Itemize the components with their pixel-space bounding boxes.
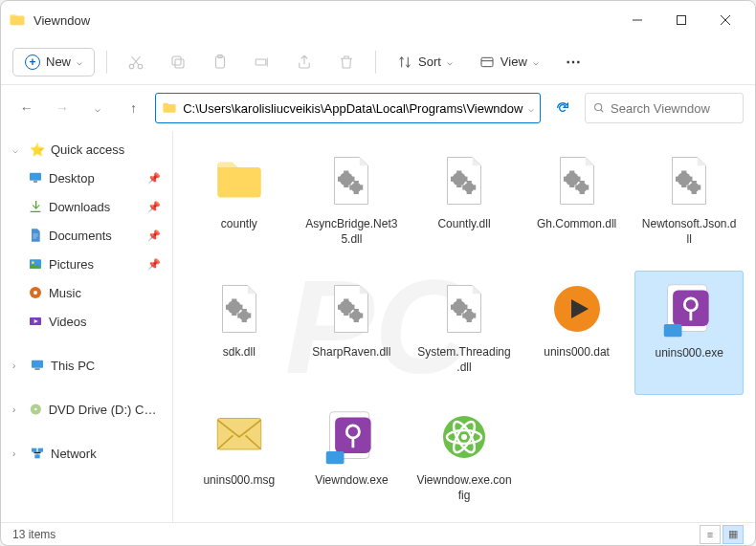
sort-button[interactable]: Sort ⌵ (388, 49, 462, 76)
forward-button[interactable]: → (48, 93, 76, 123)
svg-rect-94 (456, 299, 461, 302)
rename-button[interactable] (245, 45, 279, 79)
svg-rect-18 (30, 173, 41, 181)
sidebar-music[interactable]: Music (1, 278, 172, 307)
svg-point-43 (464, 183, 475, 193)
svg-rect-58 (579, 181, 584, 184)
file-item[interactable]: unins000.exe (634, 271, 744, 395)
more-button[interactable]: ⋯ (556, 45, 590, 79)
svg-rect-75 (232, 313, 236, 316)
file-item[interactable]: Viewndow.exe (298, 399, 407, 522)
pin-icon: 📌 (147, 258, 161, 271)
search-box[interactable] (585, 93, 744, 123)
file-item[interactable]: Gh.Common.dll (523, 142, 632, 267)
svg-rect-61 (586, 185, 589, 189)
svg-point-42 (453, 172, 466, 186)
file-item[interactable]: sdk.dll (185, 271, 294, 395)
file-label: sdk.dll (223, 345, 256, 360)
svg-rect-60 (575, 185, 578, 189)
svg-rect-50 (462, 185, 465, 189)
cut-button[interactable] (119, 45, 153, 79)
file-item[interactable]: Countly.dll (410, 142, 519, 267)
sidebar-label: Music (49, 286, 81, 300)
sidebar-videos[interactable]: Videos (1, 307, 172, 336)
search-icon (593, 101, 605, 115)
divider (106, 51, 107, 74)
svg-rect-90 (350, 313, 353, 317)
file-item[interactable]: Newtonsoft.Json.dll (634, 142, 744, 267)
svg-rect-38 (354, 181, 359, 184)
file-label: countly (221, 217, 257, 232)
svg-rect-49 (467, 191, 472, 194)
file-item[interactable]: SharpRaven.dll (298, 271, 407, 395)
dll-icon (545, 148, 610, 213)
svg-rect-1 (678, 16, 686, 25)
viewndow-icon (319, 404, 384, 470)
svg-point-72 (228, 300, 241, 314)
svg-rect-78 (241, 309, 246, 312)
delete-button[interactable] (329, 45, 364, 79)
svg-rect-19 (33, 181, 37, 182)
item-count: 13 items (12, 528, 56, 541)
sidebar-network[interactable]: › Network (1, 439, 172, 468)
svg-point-16 (594, 103, 601, 110)
sidebar-label: Network (51, 447, 97, 461)
svg-rect-12 (256, 59, 266, 65)
recent-button[interactable]: ⌵ (84, 93, 112, 123)
paste-button[interactable] (203, 45, 237, 79)
folder-icon (162, 100, 177, 116)
svg-point-83 (351, 311, 362, 321)
svg-rect-86 (338, 305, 341, 310)
search-input[interactable] (611, 101, 735, 116)
sidebar-this-pc[interactable]: › This PC (1, 351, 172, 380)
svg-rect-56 (564, 177, 567, 182)
sidebar-pictures[interactable]: Pictures 📌 (1, 250, 172, 278)
file-item[interactable]: countly (185, 142, 294, 267)
file-item[interactable]: unins000.msg (185, 399, 294, 522)
sidebar-desktop[interactable]: Desktop 📌 (1, 164, 172, 192)
svg-rect-81 (248, 313, 251, 317)
window-title: Viewndow (33, 13, 615, 28)
details-view-button[interactable]: ≡ (700, 525, 721, 544)
maximize-button[interactable] (659, 5, 703, 35)
up-button[interactable]: ↑ (120, 93, 147, 123)
svg-point-21 (32, 261, 34, 264)
file-item[interactable]: AsyncBridge.Net35.dll (298, 142, 407, 267)
file-label: Viewndow.exe.config (416, 473, 512, 503)
refresh-button[interactable] (548, 93, 576, 123)
file-label: Newtonsoft.Json.dll (641, 217, 737, 247)
view-button[interactable]: View ⌵ (470, 49, 548, 76)
minimize-button[interactable] (615, 5, 659, 35)
svg-rect-100 (462, 313, 465, 317)
back-button[interactable]: ← (12, 93, 40, 123)
address-bar[interactable]: C:\Users\karolisliucveikis\AppData\Local… (155, 93, 541, 123)
svg-rect-99 (467, 319, 472, 322)
file-item[interactable]: Viewndow.exe.config (410, 399, 519, 522)
sidebar-label: Videos (49, 315, 87, 329)
sidebar-downloads[interactable]: Downloads 📌 (1, 192, 172, 221)
sidebar-dvd[interactable]: › DVD Drive (D:) CCCC (1, 395, 172, 424)
close-button[interactable] (703, 5, 747, 35)
svg-rect-95 (456, 313, 461, 316)
sidebar-quick-access[interactable]: ⌵ ⭐ Quick access (1, 135, 172, 164)
body: PC ⌵ ⭐ Quick access Desktop 📌 Downloads … (1, 131, 755, 522)
chevron-down-icon: ⌵ (533, 56, 539, 67)
new-button[interactable]: + New ⌵ (12, 48, 95, 76)
sidebar-label: Documents (49, 229, 112, 243)
file-item[interactable]: unins000.dat (523, 271, 632, 395)
svg-point-93 (464, 311, 475, 321)
file-item[interactable]: System.Threading.dll (410, 271, 519, 395)
sidebar-label: Downloads (49, 200, 110, 214)
svg-rect-96 (451, 305, 454, 310)
chevron-down-icon: ⌵ (528, 103, 534, 114)
copy-button[interactable] (161, 45, 195, 79)
file-label: unins000.dat (544, 345, 610, 360)
share-button[interactable] (287, 45, 322, 79)
svg-rect-71 (699, 185, 701, 189)
svg-rect-34 (345, 171, 349, 174)
svg-point-63 (689, 183, 700, 193)
icons-view-button[interactable]: ▦ (723, 525, 744, 544)
svg-rect-36 (338, 177, 341, 182)
sidebar-documents[interactable]: Documents 📌 (1, 221, 172, 250)
svg-rect-31 (34, 454, 39, 458)
